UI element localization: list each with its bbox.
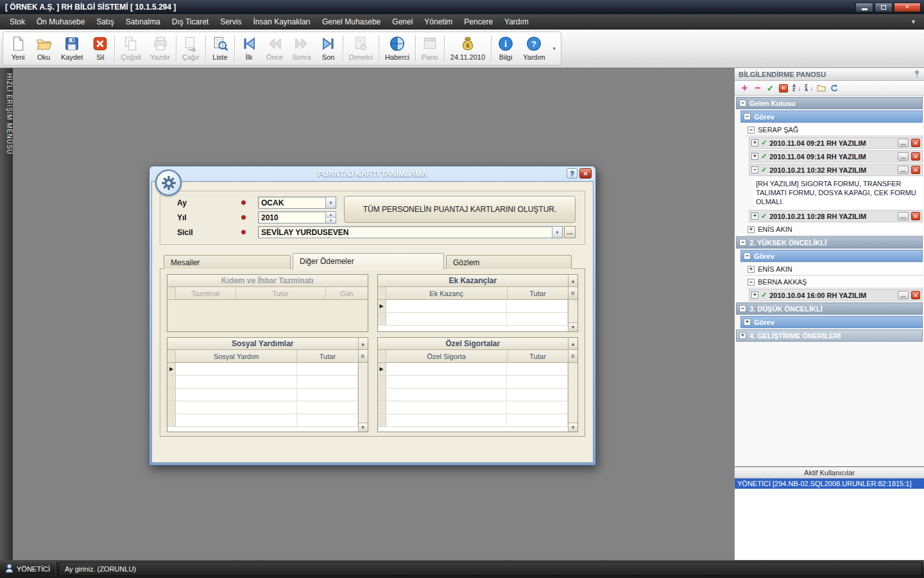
dialog-close-button[interactable]: × xyxy=(579,168,592,179)
scroll-down-button[interactable]: ▼ xyxy=(569,322,578,331)
tree-task[interactable]: + ✓ 2010.10.21 10:28 RH YAZILIM … × xyxy=(749,210,923,222)
grid-row[interactable]: ▶ xyxy=(378,300,569,313)
tab-gozlem[interactable]: Gözlem xyxy=(446,255,572,269)
tree-group-gelistirme-onerileri[interactable]: + 4. GELİŞTİRME ÖNERİLERİ xyxy=(736,329,923,342)
tree-category-gorev[interactable]: − Görev xyxy=(740,110,923,123)
task-delete-button[interactable]: × xyxy=(911,212,920,220)
toolbar-ilk-button[interactable]: İlk xyxy=(236,33,262,64)
tree-category-gorev[interactable]: + Görev xyxy=(740,316,923,328)
toolbar-sil-button[interactable]: Sil xyxy=(87,33,113,64)
grid-row[interactable] xyxy=(167,376,358,389)
grid-row[interactable] xyxy=(378,313,569,326)
grid-menu-button[interactable]: ≡ xyxy=(569,287,578,300)
scroll-down-button[interactable]: ▼ xyxy=(569,423,578,432)
tree-group-gelen-kutusu[interactable]: − Gelen Kutusu xyxy=(736,97,923,109)
create-all-cards-button[interactable]: TÜM PERSONELİN PUANTAJ KARTLARINI OLUŞTU… xyxy=(344,196,576,223)
toolbar-cagir-button[interactable]: Çağır xyxy=(178,33,204,64)
collapse-icon[interactable]: − xyxy=(744,113,751,120)
tree-person-berna-akkas[interactable]: − BERNA AKKAŞ xyxy=(745,276,923,288)
toolbar-oku-button[interactable]: Oku xyxy=(31,33,56,64)
toolbar-cogalt-button[interactable]: Çoğalt xyxy=(116,33,146,64)
quick-access-strip[interactable]: HIZLI ERİŞİM MENÜSÜ xyxy=(0,68,13,560)
menu-item-satinalma[interactable]: Satınalma xyxy=(120,15,166,29)
grid-row[interactable] xyxy=(167,414,358,427)
tree-task[interactable]: + ✓ 2010.11.04 09:14 RH YAZILIM … × xyxy=(749,150,923,162)
expand-icon[interactable]: + xyxy=(739,332,746,339)
complete-task-button[interactable]: ✓ xyxy=(766,83,774,93)
grid-row[interactable]: ▶ xyxy=(167,363,358,376)
collapse-icon[interactable]: − xyxy=(739,305,746,312)
tree-group-dusuk-oncelikli[interactable]: − 3. DÜŞÜK ÖNCELİKLİ xyxy=(736,302,923,315)
column-header[interactable]: Tutar xyxy=(508,350,568,362)
menu-item-servis[interactable]: Servis xyxy=(214,15,247,29)
menu-item-dis-ticaret[interactable]: Dış Ticaret xyxy=(166,15,214,29)
column-header[interactable]: Özel Sigorta xyxy=(386,350,508,362)
collapse-icon[interactable]: − xyxy=(748,279,755,286)
remove-task-button[interactable]: − xyxy=(753,83,762,93)
restore-button[interactable] xyxy=(875,3,893,12)
collapse-icon[interactable]: − xyxy=(739,239,746,246)
toolbar-haberci-button[interactable]: Haberci xyxy=(381,33,414,64)
tab-mesailer[interactable]: Mesailer xyxy=(164,255,291,269)
delete-task-button[interactable]: × xyxy=(779,84,788,92)
grid-menu-button[interactable]: ≡ xyxy=(359,350,368,363)
grid-row[interactable] xyxy=(378,414,569,427)
tree-category-gorev[interactable]: − Görev xyxy=(740,250,923,262)
spin-down-icon[interactable]: ▼ xyxy=(326,218,336,223)
task-delete-button[interactable]: × xyxy=(911,166,920,174)
task-detail-button[interactable]: … xyxy=(898,152,909,161)
menu-item-satis[interactable]: Satış xyxy=(90,15,119,29)
task-delete-button[interactable]: × xyxy=(911,139,920,147)
column-header[interactable]: Sosyal Yardım xyxy=(176,350,297,362)
menu-item-insan-kaynaklari[interactable]: İnsan Kaynakları xyxy=(248,15,316,29)
collapse-icon[interactable]: − xyxy=(739,100,746,107)
grid-row[interactable] xyxy=(378,401,569,414)
toolbar-denetci-button[interactable]: Denetci xyxy=(345,33,377,64)
task-delete-button[interactable]: × xyxy=(911,291,920,299)
tree-task-expanded[interactable]: − ✓ 2010.10.21 10:32 RH YAZILIM … × xyxy=(749,164,923,176)
active-user-row[interactable]: YÖNETİCİ [294.NB-02.SQL2008.URUNLER:82:1… xyxy=(735,478,924,489)
toolbar-sonra-button[interactable]: Sonra xyxy=(287,33,315,64)
toolbar-son-button[interactable]: Son xyxy=(316,33,341,64)
menu-item-yonetim[interactable]: Yönetim xyxy=(418,15,458,29)
sicil-combobox[interactable]: SEVİLAY YURDUSEVEN ▼ xyxy=(258,226,563,238)
refresh-icon[interactable] xyxy=(830,83,839,93)
pin-icon[interactable] xyxy=(914,70,920,78)
dialog-titlebar[interactable]: PUANTAJ KARTI TANIMLAMA ? × xyxy=(151,166,594,181)
toolbar-bilgi-button[interactable]: i Bilgi xyxy=(493,33,518,64)
expand-icon[interactable]: + xyxy=(748,266,755,273)
menu-item-stok[interactable]: Stok xyxy=(4,15,31,29)
scroll-up-button[interactable]: ▲ xyxy=(359,338,368,350)
column-header[interactable]: Gün xyxy=(326,287,368,299)
toolbar-date-button[interactable]: $ 24.11.2010 xyxy=(446,33,490,64)
toolbar-pano-button[interactable]: Pano xyxy=(417,33,443,64)
scroll-track[interactable] xyxy=(569,300,578,322)
expand-icon[interactable]: + xyxy=(744,319,751,326)
add-task-button[interactable]: + xyxy=(740,83,749,93)
tree-group-yuksek-oncelikli[interactable]: − 2. YÜKSEK ÖNCELİKLİ xyxy=(736,236,923,249)
expand-icon[interactable]: + xyxy=(751,292,758,299)
tab-diger-odemeler[interactable]: Diğer Ödemeler xyxy=(293,253,444,269)
grid-menu-button[interactable]: ≡ xyxy=(569,350,578,363)
scroll-track[interactable] xyxy=(359,363,368,423)
toolbar-yeni-button[interactable]: Yeni xyxy=(5,33,31,64)
toolbar-liste-button[interactable]: Liste xyxy=(207,33,233,64)
grid-row[interactable] xyxy=(378,389,569,401)
sort-ascending-icon[interactable]: AZ↓ xyxy=(792,84,800,92)
toolbar-kaydet-button[interactable]: Kaydet xyxy=(56,33,87,64)
grid-row[interactable] xyxy=(167,401,358,414)
menu-item-genel-muhasebe[interactable]: Genel Muhasebe xyxy=(316,15,386,29)
tree-person-serap-sag[interactable]: − SERAP ŞAĞ xyxy=(745,124,923,136)
dialog-help-button[interactable]: ? xyxy=(567,168,578,179)
sicil-lookup-button[interactable]: … xyxy=(564,226,576,238)
task-detail-button[interactable]: … xyxy=(898,139,909,147)
column-header[interactable]: Tutar xyxy=(236,287,326,299)
tree-person-enis-akin[interactable]: + ENİS AKIN xyxy=(745,223,923,236)
column-header[interactable]: Ek Kazanç xyxy=(386,287,508,299)
expand-icon[interactable]: + xyxy=(751,153,758,160)
minimize-button[interactable] xyxy=(855,3,873,12)
tree-person-enis-akin[interactable]: + ENİS AKIN xyxy=(745,263,923,276)
ay-combobox[interactable]: OCAK ▼ xyxy=(258,197,336,209)
toolbar-once-button[interactable]: Önce xyxy=(262,33,287,64)
scroll-up-button[interactable]: ▲ xyxy=(569,275,578,287)
